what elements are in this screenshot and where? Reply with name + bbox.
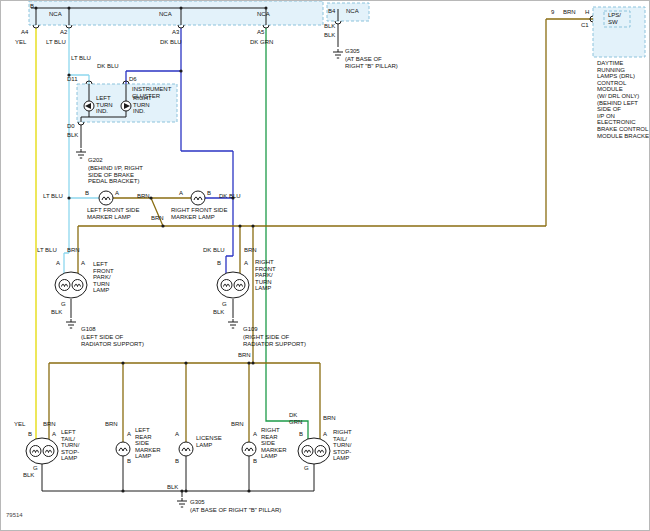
wire-color-label: BRN (563, 9, 576, 16)
ground-g109-icon (228, 319, 238, 328)
wire-color-label: DK GRN (250, 39, 273, 46)
wire-color-label: BRN (43, 421, 56, 428)
lamp-left-rear-side-marker (116, 442, 130, 456)
wire-color-label: LT BLU (43, 193, 63, 200)
component-name-license-lamp: LICENSE LAMP (196, 435, 222, 448)
pin-label: B (85, 190, 89, 197)
nca-label: NCA (257, 11, 270, 18)
ground-location: (BEHIND I/P, RIGHT SIDE OF BRAKE PEDAL B… (88, 165, 143, 185)
lamp-right-tail-turn-stop (298, 438, 330, 464)
component-name-right-rear-side-marker: RIGHT REAR SIDE MARKER LAMP (261, 427, 287, 460)
pin-label: B (28, 431, 32, 438)
pin-label-a2: A2 (60, 29, 67, 36)
wire-color-label: BRN (323, 415, 336, 422)
ground-location: (RIGHT SIDE OF RADIATOR SUPPORT) (243, 334, 306, 347)
component-name-left-rear-side-marker: LEFT REAR SIDE MARKER LAMP (135, 427, 161, 460)
wire-color-label: LT BLU (37, 247, 57, 254)
pin-label-h: H (585, 9, 589, 16)
wiring-diagram: B NCA NCA NCA A4 A2 A3 A5 YEL LT BLU DK … (0, 0, 650, 531)
connector-label-c1: C1 (581, 22, 589, 29)
ground-g202-icon (76, 149, 86, 158)
wire-color-label: DK BLU (97, 63, 119, 70)
wire-color-label: BLK (324, 32, 335, 39)
ground-label-g108: G108 (81, 326, 96, 333)
wire-color-label: YEL (15, 39, 26, 46)
component-name-left-tail-turn-stop: LEFT TAIL/ TURN/ STOP- LAMP (61, 429, 79, 462)
pin-label: A (323, 431, 327, 438)
top-harness-connector-box (29, 1, 323, 25)
component-name-right-front-park-turn: RIGHT FRONT PARK/ TURN LAMP (255, 259, 276, 292)
wire-dk-green (266, 28, 308, 446)
wire-lt-blue (64, 28, 99, 280)
wire-color-label: DK GRN (289, 412, 302, 425)
pin-label: A (115, 190, 119, 197)
ground-label-g305-bottom: G305 (190, 499, 205, 506)
wire-color-label: BRN (231, 421, 244, 428)
component-name-right-tail-turn-stop: RIGHT TAIL/ TURN/ STOP- LAMP (333, 429, 352, 462)
ground-location: (AT BASE OF RIGHT "B" PILLAR) (345, 56, 398, 69)
wire-color-label: BLK (23, 472, 34, 479)
pin-label-d11: D11 (67, 76, 78, 83)
wire-color-label: DK BLU (219, 193, 241, 200)
circuit-number: 9 (551, 9, 554, 16)
component-name-left-front-side-marker: LEFT FRONT SIDE MARKER LAMP (87, 207, 139, 220)
pin-label: B (253, 458, 257, 465)
pin-label: A (175, 431, 179, 438)
wire-color-label: BRN (67, 247, 80, 254)
ground-label-g305-top: G305 (345, 48, 360, 55)
wire-color-label: BLK (213, 309, 224, 316)
component-name-right-turn-ind: RIGHT TURN IND. (133, 95, 152, 115)
ground-g108-icon (66, 319, 76, 328)
ground-g305-bottom-icon (177, 498, 187, 507)
pin-label-a5: A5 (257, 29, 264, 36)
component-name-drl-module: DAYTIME RUNNING LAMPS (DRL) CONTROL MODU… (597, 60, 650, 139)
wire-color-label: BLK (324, 23, 335, 30)
wire-color-label: BRN (151, 215, 164, 222)
lamp-left-front-side-marker (99, 191, 113, 205)
document-number: 79514 (6, 512, 23, 519)
wire-color-label: BRN (238, 352, 251, 359)
wire-dk-blue (126, 28, 233, 280)
ground-location: (LEFT SIDE OF RADIATOR SUPPORT) (81, 334, 144, 347)
wire-color-label: DK BLU (203, 247, 225, 254)
pin-label-d6: D6 (129, 76, 137, 83)
wire-color-label: BLK (67, 132, 78, 139)
wire-color-label: BRN (137, 193, 150, 200)
nca-label: NCA (346, 8, 359, 15)
pin-label-d0: D0 (67, 123, 75, 130)
component-name-left-turn-ind: LEFT TURN IND. (96, 95, 113, 115)
pin-label: B (217, 260, 221, 267)
ground-location: (AT BASE OF RIGHT "B" PILLAR) (190, 507, 281, 514)
pin-label: B (207, 190, 211, 197)
pin-label: B (127, 458, 131, 465)
ground-label-g109: G109 (243, 326, 258, 333)
pin-label: B (299, 431, 303, 438)
lamp-right-front-park-turn (217, 272, 249, 298)
lamp-license (179, 442, 193, 456)
lamp-left-tail-turn-stop (26, 438, 58, 464)
wire-brown (49, 19, 593, 446)
wire-color-label: BLK (167, 484, 178, 491)
lamp-right-rear-side-marker (242, 442, 256, 456)
pin-label-a3: A3 (172, 29, 179, 36)
nca-label: NCA (159, 11, 172, 18)
component-name-right-front-side-marker: RIGHT FRONT SIDE MARKER LAMP (171, 207, 227, 220)
wire-color-label: LT BLU (46, 39, 66, 46)
pin-label: A (56, 260, 60, 267)
pin-label: A (127, 431, 131, 438)
pin-label-b: B (30, 3, 34, 10)
wire-color-label: YEL (14, 421, 25, 428)
pin-label: A (81, 260, 85, 267)
pin-label: A (179, 190, 183, 197)
lamp-left-front-park-turn (55, 272, 87, 298)
pin-label: G (304, 465, 309, 472)
wire-color-label: BRN (244, 247, 257, 254)
pin-label: A (253, 431, 257, 438)
pin-label: G (33, 465, 38, 472)
wire-color-label: DK BLU (160, 39, 182, 46)
lamp-right-front-side-marker (191, 191, 205, 205)
nca-label: NCA (49, 11, 62, 18)
pin-label-a4: A4 (21, 29, 28, 36)
ground-label-g202: G202 (88, 157, 103, 164)
pin-label: G (61, 301, 66, 308)
